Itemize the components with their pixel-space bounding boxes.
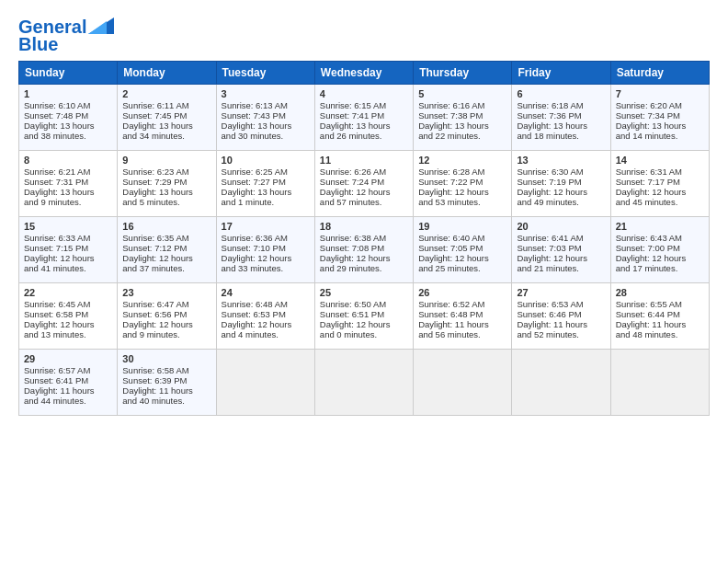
cell-info-line: Daylight: 13 hours bbox=[222, 187, 310, 197]
cell-info-line: Sunrise: 6:26 AM bbox=[320, 167, 408, 177]
calendar-cell: 7Sunrise: 6:20 AMSunset: 7:34 PMDaylight… bbox=[610, 85, 709, 151]
day-number: 10 bbox=[222, 155, 310, 166]
cell-info-line: Sunset: 6:53 PM bbox=[222, 309, 310, 319]
cell-info-line: Daylight: 13 hours bbox=[616, 121, 704, 131]
calendar-row: 15Sunrise: 6:33 AMSunset: 7:15 PMDayligh… bbox=[19, 217, 710, 283]
day-number: 8 bbox=[24, 155, 112, 166]
cell-info-line: Sunset: 7:08 PM bbox=[320, 243, 408, 253]
day-number: 26 bbox=[418, 287, 506, 298]
day-number: 28 bbox=[616, 287, 704, 298]
cell-info-line: Sunrise: 6:28 AM bbox=[418, 167, 506, 177]
cell-info-line: Sunrise: 6:40 AM bbox=[418, 233, 506, 243]
cell-info-line: Sunrise: 6:55 AM bbox=[616, 299, 704, 309]
cell-info-line: Sunrise: 6:11 AM bbox=[122, 100, 210, 110]
cell-info-line: Sunset: 7:38 PM bbox=[418, 110, 506, 121]
cell-info-line: Daylight: 11 hours bbox=[418, 319, 506, 329]
cell-info-line: and 48 minutes. bbox=[616, 329, 704, 339]
cell-info-line: Sunrise: 6:52 AM bbox=[418, 299, 506, 309]
header-wednesday: Wednesday bbox=[314, 62, 413, 85]
cell-info-line: Sunset: 7:27 PM bbox=[222, 177, 310, 187]
header: General Blue bbox=[18, 17, 710, 55]
calendar-cell bbox=[512, 350, 610, 416]
cell-info-line: and 34 minutes. bbox=[122, 131, 210, 141]
cell-info-line: Daylight: 11 hours bbox=[24, 385, 112, 396]
calendar-cell: 4Sunrise: 6:15 AMSunset: 7:41 PMDaylight… bbox=[314, 85, 413, 151]
header-tuesday: Tuesday bbox=[216, 62, 314, 85]
cell-info-line: Sunrise: 6:53 AM bbox=[517, 299, 605, 309]
cell-info-line: Daylight: 11 hours bbox=[616, 319, 704, 329]
cell-info-line: Sunset: 7:10 PM bbox=[222, 243, 310, 253]
cell-info-line: Daylight: 12 hours bbox=[24, 319, 112, 329]
day-number: 17 bbox=[222, 221, 310, 232]
cell-info-line: Sunset: 7:34 PM bbox=[616, 110, 704, 121]
cell-info-line: Daylight: 12 hours bbox=[122, 253, 210, 263]
calendar-cell: 14Sunrise: 6:31 AMSunset: 7:17 PMDayligh… bbox=[610, 151, 709, 217]
day-number: 4 bbox=[320, 88, 408, 99]
cell-info-line: and 38 minutes. bbox=[24, 131, 112, 141]
cell-info-line: Sunrise: 6:43 AM bbox=[616, 233, 704, 243]
cell-info-line: Sunset: 7:24 PM bbox=[320, 177, 408, 187]
day-number: 6 bbox=[517, 88, 605, 99]
day-number: 24 bbox=[222, 287, 310, 298]
day-number: 19 bbox=[418, 221, 506, 232]
cell-info-line: Sunrise: 6:36 AM bbox=[222, 233, 310, 243]
calendar-cell: 30Sunrise: 6:58 AMSunset: 6:39 PMDayligh… bbox=[118, 350, 216, 416]
calendar-table: Sunday Monday Tuesday Wednesday Thursday… bbox=[18, 61, 710, 416]
cell-info-line: Sunrise: 6:45 AM bbox=[24, 299, 112, 309]
cell-info-line: Daylight: 12 hours bbox=[616, 187, 704, 197]
cell-info-line: and 57 minutes. bbox=[320, 197, 408, 207]
calendar-cell: 23Sunrise: 6:47 AMSunset: 6:56 PMDayligh… bbox=[118, 283, 216, 350]
cell-info-line: and 53 minutes. bbox=[418, 197, 506, 207]
cell-info-line: and 49 minutes. bbox=[517, 197, 605, 207]
cell-info-line: and 5 minutes. bbox=[122, 197, 210, 207]
calendar-cell bbox=[314, 350, 413, 416]
logo: General Blue bbox=[18, 17, 114, 55]
cell-info-line: Daylight: 12 hours bbox=[222, 319, 310, 329]
calendar-cell: 13Sunrise: 6:30 AMSunset: 7:19 PMDayligh… bbox=[512, 151, 610, 217]
cell-info-line: Daylight: 12 hours bbox=[517, 253, 605, 263]
cell-info-line: and 40 minutes. bbox=[122, 396, 210, 406]
cell-info-line: Daylight: 12 hours bbox=[122, 319, 210, 329]
cell-info-line: Daylight: 13 hours bbox=[24, 187, 112, 197]
cell-info-line: Sunrise: 6:47 AM bbox=[122, 299, 210, 309]
cell-info-line: and 25 minutes. bbox=[418, 263, 506, 273]
day-number: 29 bbox=[24, 353, 112, 364]
cell-info-line: Sunset: 7:12 PM bbox=[122, 243, 210, 253]
day-number: 16 bbox=[122, 221, 210, 232]
calendar-cell: 26Sunrise: 6:52 AMSunset: 6:48 PMDayligh… bbox=[414, 283, 512, 350]
cell-info-line: Daylight: 12 hours bbox=[616, 253, 704, 263]
day-number: 13 bbox=[517, 155, 605, 166]
calendar-cell: 24Sunrise: 6:48 AMSunset: 6:53 PMDayligh… bbox=[216, 283, 314, 350]
calendar-cell: 22Sunrise: 6:45 AMSunset: 6:58 PMDayligh… bbox=[19, 283, 118, 350]
day-number: 5 bbox=[418, 88, 506, 99]
calendar-cell: 10Sunrise: 6:25 AMSunset: 7:27 PMDayligh… bbox=[216, 151, 314, 217]
cell-info-line: Sunset: 7:43 PM bbox=[222, 110, 310, 121]
cell-info-line: Daylight: 13 hours bbox=[122, 187, 210, 197]
day-number: 2 bbox=[122, 88, 210, 99]
cell-info-line: Sunset: 6:46 PM bbox=[517, 309, 605, 319]
cell-info-line: Sunset: 6:56 PM bbox=[122, 309, 210, 319]
cell-info-line: and 22 minutes. bbox=[418, 131, 506, 141]
cell-info-line: and 9 minutes. bbox=[122, 329, 210, 339]
days-header-row: Sunday Monday Tuesday Wednesday Thursday… bbox=[19, 62, 710, 85]
cell-info-line: and 41 minutes. bbox=[24, 263, 112, 273]
cell-info-line: and 14 minutes. bbox=[616, 131, 704, 141]
calendar-cell bbox=[216, 350, 314, 416]
cell-info-line: Daylight: 12 hours bbox=[418, 253, 506, 263]
day-number: 25 bbox=[320, 287, 408, 298]
calendar-cell: 3Sunrise: 6:13 AMSunset: 7:43 PMDaylight… bbox=[216, 85, 314, 151]
page: General Blue Sunday Monday Tuesday Wedne… bbox=[0, 0, 728, 563]
cell-info-line: and 29 minutes. bbox=[320, 263, 408, 273]
cell-info-line: Daylight: 13 hours bbox=[418, 121, 506, 131]
calendar-row: 22Sunrise: 6:45 AMSunset: 6:58 PMDayligh… bbox=[19, 283, 710, 350]
cell-info-line: Sunrise: 6:20 AM bbox=[616, 100, 704, 110]
cell-info-line: Sunrise: 6:48 AM bbox=[222, 299, 310, 309]
cell-info-line: Sunrise: 6:18 AM bbox=[517, 100, 605, 110]
cell-info-line: Daylight: 13 hours bbox=[517, 121, 605, 131]
header-monday: Monday bbox=[118, 62, 216, 85]
calendar-cell: 5Sunrise: 6:16 AMSunset: 7:38 PMDaylight… bbox=[414, 85, 512, 151]
calendar-cell: 28Sunrise: 6:55 AMSunset: 6:44 PMDayligh… bbox=[610, 283, 709, 350]
cell-info-line: Sunrise: 6:31 AM bbox=[616, 167, 704, 177]
cell-info-line: Sunrise: 6:38 AM bbox=[320, 233, 408, 243]
day-number: 1 bbox=[24, 88, 112, 99]
